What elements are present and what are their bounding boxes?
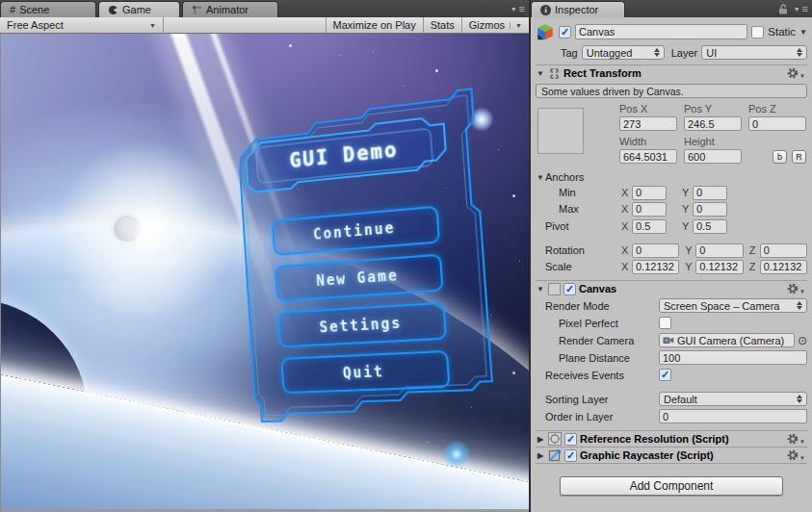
tab-scene-label: Scene xyxy=(19,4,49,15)
pos-y-label: Pos Y xyxy=(684,103,742,115)
layer-dropdown[interactable]: UI xyxy=(701,45,807,60)
info-icon: i xyxy=(540,5,551,15)
graphic-raycaster-icon xyxy=(548,448,562,462)
inspector-tabbar: i Inspector ▼ ≡ xyxy=(531,0,812,17)
foldout-icon[interactable]: ▼ xyxy=(536,285,545,294)
render-camera-label: Render Camera xyxy=(536,335,659,346)
rotation-label: Rotation xyxy=(536,244,621,256)
order-in-layer-field[interactable]: 0 xyxy=(659,409,807,423)
foldout-icon[interactable]: ▼ xyxy=(536,69,545,78)
axis-x: X xyxy=(621,203,632,215)
rotation-z-field[interactable]: 0 xyxy=(760,243,807,258)
pos-y-field[interactable]: 246.5 xyxy=(684,116,742,131)
game-panel-menu[interactable]: ▼ ≡ xyxy=(511,3,525,14)
reference-resolution-header[interactable]: ▶ Reference Resolution (Script) ▼ xyxy=(536,430,807,447)
pos-x-field[interactable]: 273 xyxy=(619,116,677,131)
order-in-layer-label: Order in Layer xyxy=(536,411,659,422)
tag-dropdown[interactable]: Untagged xyxy=(582,45,665,60)
axis-x: X xyxy=(621,244,632,256)
reference-resolution-enabled-checkbox[interactable] xyxy=(564,433,577,446)
blueprint-mode-button[interactable]: b xyxy=(773,150,787,164)
tab-animator[interactable]: Animator xyxy=(182,1,278,17)
tab-game[interactable]: Game xyxy=(98,1,180,17)
scene-icon: # xyxy=(10,4,15,15)
tab-inspector-label: Inspector xyxy=(555,4,598,15)
axis-y: Y xyxy=(682,187,693,198)
scale-z-field[interactable]: 0.12132 xyxy=(760,260,807,274)
gear-icon[interactable]: ▼ xyxy=(787,433,805,445)
render-camera-value: GUI Camera (Camera) xyxy=(677,335,784,346)
rect-preview-box xyxy=(537,108,584,154)
pos-x-label: Pos X xyxy=(619,103,677,115)
gameobject-active-checkbox[interactable] xyxy=(559,26,571,38)
static-dropdown-icon[interactable]: ▼ xyxy=(799,28,807,37)
height-field[interactable]: 600 xyxy=(684,149,742,164)
scale-y-field[interactable]: 0.12132 xyxy=(695,260,743,274)
rotation-y-field[interactable]: 0 xyxy=(695,243,743,258)
pos-z-field[interactable]: 0 xyxy=(748,116,806,131)
anchors-foldout[interactable]: ▼ Anchors xyxy=(536,169,807,185)
rect-transform-header[interactable]: ▼ Rect Transform ▼ xyxy=(536,64,807,81)
quit-button[interactable]: Quit xyxy=(280,350,450,394)
gizmos-button[interactable]: Gizmos ▼ xyxy=(461,17,529,33)
rotation-x-field[interactable]: 0 xyxy=(632,243,679,258)
tab-game-label: Game xyxy=(122,4,151,15)
plane-distance-field[interactable]: 100 xyxy=(659,350,807,365)
receives-events-checkbox[interactable] xyxy=(659,369,671,381)
aspect-dropdown-label: Free Aspect xyxy=(7,19,64,31)
raw-edit-mode-button[interactable]: R xyxy=(792,150,806,164)
foldout-icon[interactable]: ▶ xyxy=(536,435,545,444)
sorting-layer-value: Default xyxy=(664,394,697,405)
tab-inspector[interactable]: i Inspector xyxy=(531,1,625,17)
anchors-min-x-field[interactable]: 0 xyxy=(632,186,667,200)
add-component-button[interactable]: Add Component xyxy=(560,476,783,496)
graphic-raycaster-enabled-checkbox[interactable] xyxy=(564,449,577,462)
gear-icon[interactable]: ▼ xyxy=(787,449,805,461)
tab-scene[interactable]: # Scene xyxy=(0,1,96,17)
anchors-max-y-field[interactable]: 0 xyxy=(693,202,727,217)
panel-menu-icon: ≡ xyxy=(802,3,808,14)
anchors-max-x-field[interactable]: 0 xyxy=(632,202,667,217)
panel-menu-icon: ≡ xyxy=(519,3,525,14)
gear-icon[interactable]: ▼ xyxy=(787,283,805,294)
canvas-component-header[interactable]: ▼ Canvas ▼ xyxy=(536,280,807,296)
width-label: Width xyxy=(619,136,677,147)
axis-y: Y xyxy=(682,203,693,215)
aspect-dropdown[interactable]: Free Aspect ▼ xyxy=(0,17,164,33)
sorting-layer-label: Sorting Layer xyxy=(536,394,659,405)
render-mode-dropdown[interactable]: Screen Space – Camera xyxy=(659,298,807,313)
tab-animator-label: Animator xyxy=(206,4,249,15)
anchors-min-y-field[interactable]: 0 xyxy=(693,186,727,200)
axis-y: Y xyxy=(685,244,695,256)
object-picker-icon[interactable]: ⊙ xyxy=(798,335,807,346)
gameobject-name-field[interactable]: Canvas xyxy=(575,24,747,39)
rect-transform-icon xyxy=(548,67,561,80)
maximize-on-play-button[interactable]: Maximize on Play xyxy=(326,17,423,33)
layer-label: Layer xyxy=(671,47,698,59)
axis-x: X xyxy=(621,187,632,198)
pos-z-label: Pos Z xyxy=(748,103,806,115)
render-mode-label: Render Mode xyxy=(536,300,659,312)
light-flare xyxy=(54,140,237,322)
lock-icon[interactable] xyxy=(778,4,788,14)
pivot-y-field[interactable]: 0.5 xyxy=(693,219,727,234)
gameobject-cube-icon[interactable] xyxy=(536,22,555,41)
gear-icon[interactable]: ▼ xyxy=(787,67,805,79)
static-checkbox[interactable] xyxy=(751,26,764,38)
graphic-raycaster-header[interactable]: ▶ Graphic Raycaster (Script) ▼ xyxy=(536,447,807,463)
pixel-perfect-checkbox[interactable] xyxy=(659,317,671,329)
width-field[interactable]: 664.5031 xyxy=(619,149,677,164)
inspector-body: Canvas Static ▼ Tag Untagged Layer UI xyxy=(531,17,812,512)
sorting-layer-dropdown[interactable]: Default xyxy=(659,392,807,406)
scale-x-field[interactable]: 0.12132 xyxy=(632,260,679,274)
camera-icon xyxy=(663,336,674,345)
gizmos-label: Gizmos xyxy=(469,19,505,31)
stats-button[interactable]: Stats xyxy=(423,17,461,33)
inspector-panel-menu[interactable]: ▼ ≡ xyxy=(778,3,808,14)
axis-y: Y xyxy=(685,261,695,272)
render-camera-object-field[interactable]: GUI Camera (Camera) xyxy=(659,333,795,347)
game-icon xyxy=(108,5,118,15)
foldout-icon[interactable]: ▶ xyxy=(536,451,545,460)
canvas-enabled-checkbox[interactable] xyxy=(563,283,576,295)
pivot-x-field[interactable]: 0.5 xyxy=(632,219,667,234)
